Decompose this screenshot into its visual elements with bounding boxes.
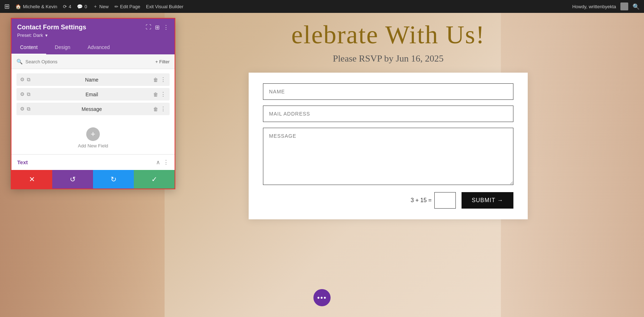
comments-link[interactable]: 💬 0	[77, 4, 87, 9]
admin-bar-right: Howdy, writtenbyekta 🔍	[572, 3, 640, 10]
captcha-equation: 3 + 15 =	[411, 197, 432, 204]
fields-list: ⚙ ⧉ Name 🗑 ⋮ ⚙ ⧉ Email 🗑 ⋮ ⚙ ⧉	[11, 69, 175, 122]
add-field-area: + Add New Field	[11, 122, 175, 154]
add-field-label: Add New Field	[78, 143, 108, 148]
panel-tabs: Content Design Advanced	[11, 41, 175, 54]
cancel-button[interactable]: ✕	[11, 170, 52, 189]
page-subtitle: Please RSVP by Jun 16, 2025	[333, 53, 444, 64]
field-settings-icon[interactable]: ⚙	[20, 106, 25, 112]
edit-page-link[interactable]: ✏ Edit Page	[114, 4, 140, 9]
field-more-icon[interactable]: ⋮	[160, 106, 166, 112]
field-left-icons: ⚙ ⧉	[20, 106, 30, 112]
field-email-label: Email	[33, 92, 150, 97]
comments-icon: 💬	[77, 4, 83, 9]
search-icon: 🔍	[16, 59, 23, 64]
search-row: 🔍 + Filter	[11, 54, 175, 69]
redo-button[interactable]: ↻	[93, 170, 134, 189]
panel-header: Contact Form Settings ⛶ ⊞ ⋮ Preset: Dark…	[11, 19, 175, 41]
tab-content[interactable]: Content	[11, 41, 46, 54]
fullscreen-icon[interactable]: ⛶	[146, 24, 151, 31]
page-title: elebrate With Us!	[291, 20, 485, 50]
name-input[interactable]	[263, 83, 513, 100]
field-right-icons: 🗑 ⋮	[153, 76, 166, 83]
new-button[interactable]: ＋ New	[93, 3, 109, 10]
field-copy-icon[interactable]: ⧉	[27, 106, 30, 112]
section-collapse-icon[interactable]: ∧	[156, 159, 160, 166]
email-field-wrapper	[263, 106, 513, 122]
submit-button[interactable]: SUBMIT →	[462, 192, 513, 209]
field-message-label: Message	[33, 106, 150, 112]
filter-button[interactable]: + Filter	[155, 59, 170, 64]
email-input[interactable]	[263, 106, 513, 122]
field-name-label: Name	[33, 77, 150, 83]
site-favicon-icon: 🏠	[15, 4, 21, 9]
section-icons: ∧ ⋮	[156, 159, 169, 166]
field-copy-icon[interactable]: ⧉	[27, 77, 30, 83]
form-footer: 3 + 15 = SUBMIT →	[263, 192, 513, 209]
admin-bar: ⊞ 🏠 Michelle & Kevin ⟳ 4 💬 0 ＋ New ✏ Edi…	[0, 0, 644, 13]
captcha-area: 3 + 15 =	[411, 192, 456, 209]
confirm-button[interactable]: ✓	[134, 170, 175, 189]
field-delete-icon[interactable]: 🗑	[153, 77, 158, 83]
avatar[interactable]	[620, 3, 628, 10]
contact-form: 3 + 15 = SUBMIT →	[249, 73, 528, 219]
field-delete-icon[interactable]: 🗑	[153, 92, 158, 97]
field-more-icon[interactable]: ⋮	[160, 91, 166, 98]
undo-button[interactable]: ↺	[52, 170, 93, 189]
revisions-icon: ⟳	[63, 4, 67, 9]
field-row-email: ⚙ ⧉ Email 🗑 ⋮	[16, 88, 170, 101]
panel-header-top: Contact Form Settings ⛶ ⊞ ⋮	[17, 24, 169, 31]
field-copy-icon[interactable]: ⧉	[27, 91, 30, 97]
wp-logo-icon[interactable]: ⊞	[4, 3, 10, 10]
howdy-text: Howdy, writtenbyekta	[572, 4, 616, 9]
more-icon[interactable]: ⋮	[163, 24, 169, 31]
field-delete-icon[interactable]: 🗑	[153, 106, 158, 112]
search-icon[interactable]: 🔍	[633, 3, 640, 10]
message-input[interactable]	[263, 128, 513, 185]
field-left-icons: ⚙ ⧉	[20, 91, 30, 97]
preset-arrow-icon: ▼	[44, 33, 48, 38]
tab-advanced[interactable]: Advanced	[79, 41, 118, 54]
revisions-link[interactable]: ⟳ 4	[63, 4, 71, 9]
columns-icon[interactable]: ⊞	[155, 24, 160, 31]
section-title: Text	[17, 159, 28, 165]
field-right-icons: 🗑 ⋮	[153, 91, 166, 98]
field-settings-icon[interactable]: ⚙	[20, 77, 25, 83]
captcha-input[interactable]	[434, 192, 456, 209]
tab-design[interactable]: Design	[46, 41, 79, 54]
site-name-link[interactable]: 🏠 Michelle & Kevin	[15, 4, 57, 9]
field-settings-icon[interactable]: ⚙	[20, 91, 25, 97]
settings-panel: Contact Form Settings ⛶ ⊞ ⋮ Preset: Dark…	[11, 18, 175, 189]
search-input[interactable]	[25, 59, 152, 64]
field-left-icons: ⚙ ⧉	[20, 77, 30, 83]
panel-actions: ✕ ↺ ↻ ✓	[11, 170, 175, 189]
floating-dots-button[interactable]: •••	[313, 289, 331, 306]
message-field-wrapper	[263, 128, 513, 186]
panel-preset[interactable]: Preset: Dark ▼	[17, 33, 169, 38]
exit-builder-link[interactable]: Exit Visual Builder	[146, 4, 184, 9]
name-field-wrapper	[263, 83, 513, 100]
field-row-name: ⚙ ⧉ Name 🗑 ⋮	[16, 73, 170, 86]
text-section: Text ∧ ⋮	[11, 154, 175, 170]
panel-title: Contact Form Settings	[17, 24, 86, 31]
field-right-icons: 🗑 ⋮	[153, 106, 166, 112]
field-more-icon[interactable]: ⋮	[160, 76, 166, 83]
page-content: elebrate With Us! Please RSVP by Jun 16,…	[132, 13, 644, 317]
field-row-message: ⚙ ⧉ Message 🗑 ⋮	[16, 103, 170, 115]
pencil-icon: ✏	[114, 4, 118, 9]
add-field-button[interactable]: +	[86, 127, 100, 141]
section-more-icon[interactable]: ⋮	[163, 159, 169, 166]
plus-icon: ＋	[93, 3, 98, 10]
panel-header-icons: ⛶ ⊞ ⋮	[146, 24, 169, 31]
